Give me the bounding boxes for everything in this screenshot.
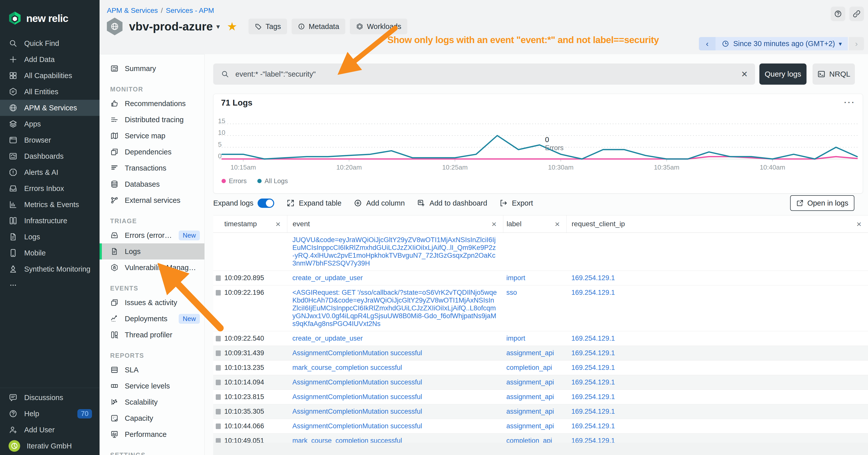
log-row-ip-link[interactable]: 169.254.129.1 xyxy=(566,419,868,433)
log-row-ip-link[interactable] xyxy=(566,233,868,270)
global-nav-item[interactable]: All Entities xyxy=(0,84,99,100)
entity-action-button[interactable]: Metadata xyxy=(291,19,345,34)
search-query-text[interactable]: event:* -"label":"security" xyxy=(236,70,735,78)
log-row-event-link[interactable]: AssignmentCompletionMutation successful xyxy=(287,419,503,433)
toolbar-button[interactable]: Add to dashboard xyxy=(417,199,487,207)
global-nav-item[interactable]: APM & Services xyxy=(0,100,99,116)
local-nav-item[interactable]: Distributed tracing xyxy=(99,111,205,128)
log-row-event-link[interactable]: create_or_update_user xyxy=(287,331,503,346)
log-row-event-link[interactable]: JUQVU&code=eyJraWQiOiJjcGltY29yZV8wOTI1M… xyxy=(287,233,503,270)
local-nav-item[interactable]: Dependencies xyxy=(99,144,205,160)
global-footer-item[interactable]: Help 70 xyxy=(0,405,99,422)
remove-column-icon[interactable]: × xyxy=(857,219,862,229)
local-nav-item[interactable]: Errors (errors inb... New xyxy=(99,227,205,243)
global-nav-item[interactable]: Dashboards xyxy=(0,148,99,164)
toolbar-button[interactable]: Add column xyxy=(353,199,405,207)
log-row-marker-icon[interactable] xyxy=(216,275,221,281)
log-row[interactable]: 10:09:22.196 <ASGIRequest: GET '/sso/cal… xyxy=(213,286,868,331)
toolbar-button[interactable]: Export xyxy=(499,199,533,207)
global-nav-item[interactable]: All Capabilities xyxy=(0,67,99,84)
global-nav-item[interactable]: Errors Inbox xyxy=(0,181,99,196)
local-nav-item[interactable]: Transactions xyxy=(99,160,205,176)
legend-item[interactable]: Errors xyxy=(221,177,247,185)
log-row-event-link[interactable]: AssignmentCompletionMutation successful xyxy=(287,390,503,404)
breadcrumb-services-apm[interactable]: Services - APM xyxy=(166,6,214,14)
log-row-ip-link[interactable]: 169.254.129.1 xyxy=(566,390,868,404)
global-nav-item[interactable]: Quick Find xyxy=(0,35,99,52)
log-row-marker-icon[interactable] xyxy=(216,351,221,356)
local-nav-item[interactable]: Databases xyxy=(99,176,205,192)
log-row[interactable]: 10:10:14.094 AssignmentCompletionMutatio… xyxy=(213,375,868,390)
log-row-event-link[interactable]: AssignmentCompletionMutation successful xyxy=(287,346,503,360)
time-picker-back-button[interactable]: ‹ xyxy=(699,37,715,51)
log-row-ip-link[interactable]: 169.254.129.1 xyxy=(566,346,868,360)
entity-action-button[interactable]: Tags xyxy=(248,19,287,34)
remove-column-icon[interactable]: × xyxy=(492,219,496,229)
log-row-ip-link[interactable]: 169.254.129.1 xyxy=(566,360,868,375)
log-row[interactable]: 10:10:44.066 AssignmentCompletionMutatio… xyxy=(213,419,868,433)
column-header-label[interactable]: label× xyxy=(503,216,566,232)
log-row-label-link[interactable]: import xyxy=(503,271,566,285)
log-row-ip-link[interactable]: 169.254.129.1 xyxy=(566,286,868,331)
local-nav-item[interactable]: Issues & activity xyxy=(99,294,205,311)
global-nav-item[interactable]: Add Data xyxy=(0,52,99,67)
global-footer-item[interactable]: Add User xyxy=(0,422,99,438)
query-logs-button[interactable]: Query logs xyxy=(760,64,806,85)
log-row-marker-icon[interactable] xyxy=(216,409,221,415)
entity-name[interactable]: vbv-prod-azure xyxy=(129,20,213,33)
log-row-ip-link[interactable]: 169.254.129.1 xyxy=(566,404,868,419)
log-row-marker-icon[interactable] xyxy=(216,380,221,385)
favorite-star-icon[interactable]: ★ xyxy=(227,20,237,33)
log-row-label-link[interactable]: assignment_api xyxy=(503,375,566,390)
column-header-timestamp[interactable]: timestamp× xyxy=(213,216,287,232)
bottom-scroll-strip[interactable] xyxy=(213,443,868,455)
log-row-ip-link[interactable]: 169.254.129.1 xyxy=(566,375,868,390)
local-nav-item[interactable]: Vulnerability Management xyxy=(99,260,205,275)
log-row[interactable]: 10:10:13.235 mark_course_completion succ… xyxy=(213,360,868,375)
log-row-ip-link[interactable]: 169.254.129.1 xyxy=(566,331,868,346)
log-row-label-link[interactable]: import xyxy=(503,331,566,346)
log-row-label-link[interactable]: assignment_api xyxy=(503,419,566,433)
column-header-request-client-ip[interactable]: request_client_ip× xyxy=(566,216,868,232)
entity-action-button[interactable]: Workloads xyxy=(350,19,407,34)
local-nav-item[interactable]: Capacity xyxy=(99,410,205,426)
global-nav-item[interactable]: Mobile xyxy=(0,245,99,261)
global-footer-item[interactable]: Discussions xyxy=(0,390,99,405)
local-nav-item[interactable]: SLA xyxy=(99,362,205,378)
local-nav-item[interactable]: Logs xyxy=(99,243,205,260)
open-in-logs-button[interactable]: Open in logs xyxy=(790,195,855,211)
global-nav-item[interactable]: Infrastructure xyxy=(0,213,99,229)
log-search-input[interactable]: event:* -"label":"security" × xyxy=(213,64,755,85)
entity-chevron-down-icon[interactable]: ▾ xyxy=(216,23,220,31)
permalink-button[interactable] xyxy=(849,6,864,21)
log-row-ip-link[interactable]: 169.254.129.1 xyxy=(566,271,868,285)
global-nav-item[interactable]: Synthetic Monitoring xyxy=(0,261,99,277)
remove-column-icon[interactable]: × xyxy=(276,219,280,229)
legend-item[interactable]: All Logs xyxy=(257,177,288,185)
log-row-label-link[interactable]: assignment_api xyxy=(503,390,566,404)
local-nav-item[interactable]: Recommendations xyxy=(99,96,205,111)
breadcrumb-apm-services[interactable]: APM & Services xyxy=(107,6,158,14)
local-nav-item[interactable]: Deployments New xyxy=(99,311,205,327)
local-nav-item[interactable]: External services xyxy=(99,192,205,208)
log-row[interactable]: 10:10:23.815 AssignmentCompletionMutatio… xyxy=(213,390,868,404)
log-row-event-link[interactable]: AssignmentCompletionMutation successful xyxy=(287,404,503,419)
log-row-label-link[interactable]: assignment_api xyxy=(503,404,566,419)
log-row-event-link[interactable]: AssignmentCompletionMutation successful xyxy=(287,375,503,390)
local-nav-item[interactable]: Service levels xyxy=(99,378,205,394)
time-picker-dropdown[interactable]: Since 30 minutes ago (GMT+2) ▾ xyxy=(715,37,848,51)
log-row-event-link[interactable]: mark_course_completion successful xyxy=(287,360,503,375)
global-nav-item[interactable]: Logs xyxy=(0,229,99,245)
time-picker-forward-button[interactable]: › xyxy=(849,37,864,51)
local-nav-item[interactable]: Performance xyxy=(99,426,205,443)
log-row-label-link[interactable]: sso xyxy=(503,286,566,331)
global-nav-item[interactable]: Apps xyxy=(0,116,99,132)
log-row-marker-icon[interactable] xyxy=(216,290,221,295)
log-row-marker-icon[interactable] xyxy=(216,365,221,370)
log-row[interactable]: JUQVU&code=eyJraWQiOiJjcGltY29yZV8wOTI1M… xyxy=(213,233,868,271)
global-nav-item[interactable] xyxy=(0,277,99,293)
clear-search-icon[interactable]: × xyxy=(741,68,747,80)
log-row[interactable]: 10:10:35.305 AssignmentCompletionMutatio… xyxy=(213,404,868,419)
toolbar-button[interactable]: Expand table xyxy=(286,199,341,207)
local-nav-item[interactable]: Summary xyxy=(99,61,205,76)
